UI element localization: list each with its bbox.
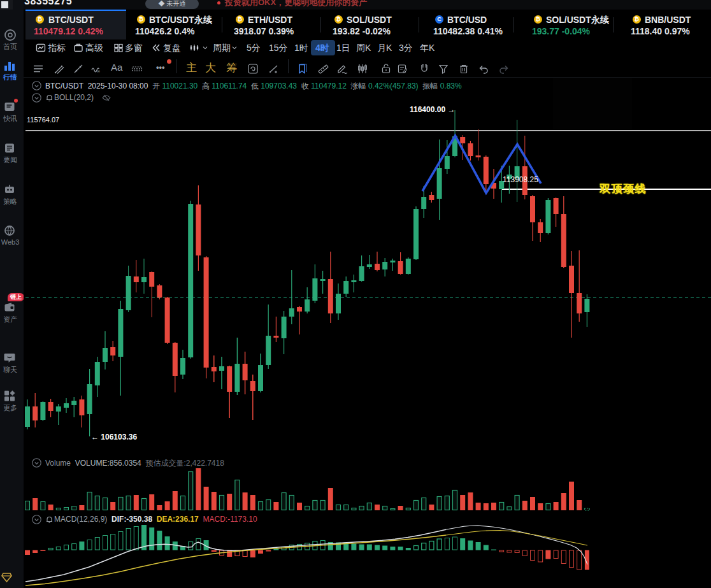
svg-text:∞: ∞: [97, 69, 100, 73]
